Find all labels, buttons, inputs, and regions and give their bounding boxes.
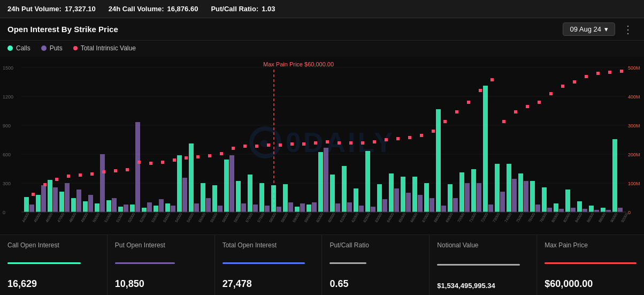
- svg-text:49000: 49000: [80, 212, 89, 223]
- svg-rect-20: [29, 205, 34, 212]
- svg-rect-101: [507, 164, 511, 212]
- svg-text:56000: 56000: [221, 212, 230, 223]
- notional-value: $1,534,495,995.34: [437, 282, 529, 290]
- svg-rect-150: [373, 140, 376, 143]
- put-oi-bar: [115, 262, 175, 264]
- svg-text:60000: 60000: [316, 212, 324, 223]
- chart-area: ● 0DAILY Max Pain Price $60,000.00 0 300…: [0, 57, 644, 235]
- ratio-label: Put/Call Ratio:: [211, 5, 258, 13]
- svg-text:64000: 64000: [386, 212, 395, 223]
- svg-rect-91: [448, 184, 453, 212]
- svg-text:74000: 74000: [504, 212, 512, 223]
- svg-text:46000: 46000: [45, 212, 53, 223]
- svg-rect-134: [185, 156, 188, 160]
- svg-text:63000: 63000: [374, 212, 383, 223]
- date-selector[interactable]: 09 Aug 24 ▾: [563, 22, 615, 36]
- svg-rect-139: [243, 145, 247, 148]
- svg-rect-72: [335, 203, 340, 212]
- svg-text:48000: 48000: [68, 212, 77, 223]
- svg-rect-83: [401, 177, 405, 212]
- svg-rect-26: [65, 183, 70, 212]
- svg-rect-103: [518, 173, 523, 212]
- svg-rect-22: [41, 185, 46, 212]
- svg-text:0: 0: [3, 210, 5, 215]
- call-volume-value: 16,876.60: [167, 5, 198, 13]
- svg-rect-128: [114, 169, 117, 172]
- svg-rect-119: [612, 139, 617, 212]
- puts-dot: [41, 46, 47, 51]
- svg-rect-151: [385, 138, 388, 141]
- svg-text:55000: 55000: [198, 212, 206, 223]
- svg-rect-127: [102, 170, 105, 173]
- svg-rect-116: [594, 210, 599, 212]
- svg-rect-164: [538, 101, 541, 104]
- svg-rect-165: [549, 92, 553, 95]
- svg-rect-141: [267, 143, 270, 147]
- svg-text:67000: 67000: [421, 212, 430, 223]
- svg-rect-118: [606, 210, 611, 212]
- svg-rect-42: [159, 199, 164, 212]
- svg-rect-34: [112, 198, 117, 212]
- svg-rect-155: [432, 130, 435, 133]
- svg-rect-35: [118, 207, 123, 212]
- call-oi-value: 16,629: [7, 278, 99, 290]
- svg-rect-145: [314, 141, 317, 145]
- more-options-button[interactable]: ⋮: [619, 22, 637, 37]
- puts-label: Puts: [50, 44, 63, 52]
- stat-notional-value: Notional Value $1,534,495,995.34: [430, 235, 537, 295]
- svg-rect-79: [377, 184, 382, 212]
- put-volume-value: 17,327.10: [65, 5, 96, 13]
- svg-rect-60: [265, 206, 270, 212]
- svg-rect-154: [420, 134, 423, 137]
- svg-rect-102: [512, 179, 517, 212]
- header-controls: 09 Aug 24 ▾ ⋮: [563, 22, 637, 37]
- svg-rect-47: [189, 143, 194, 212]
- svg-rect-36: [124, 205, 128, 212]
- svg-rect-90: [441, 206, 446, 212]
- svg-rect-29: [83, 201, 88, 212]
- max-pain-stat-label: Max Pain Price: [545, 241, 637, 249]
- stat-total-open-interest: Total Open Interest 27,478: [215, 235, 323, 295]
- svg-rect-86: [418, 195, 423, 212]
- svg-rect-41: [154, 206, 158, 212]
- svg-rect-24: [53, 187, 58, 212]
- svg-text:88000: 88000: [598, 212, 607, 223]
- svg-rect-147: [338, 141, 341, 145]
- svg-rect-39: [142, 208, 147, 212]
- svg-text:68000: 68000: [433, 212, 442, 223]
- svg-text:44000: 44000: [21, 212, 30, 223]
- svg-rect-94: [465, 183, 470, 212]
- svg-rect-93: [459, 172, 464, 212]
- ratio-value: 0.65: [329, 278, 421, 290]
- svg-rect-124: [67, 175, 70, 178]
- svg-rect-58: [253, 205, 258, 212]
- put-oi-label: Put Open Interest: [115, 241, 207, 249]
- svg-text:59000: 59000: [292, 212, 301, 223]
- svg-rect-122: [43, 183, 47, 186]
- svg-text:600: 600: [3, 152, 11, 157]
- svg-rect-162: [514, 110, 517, 114]
- max-pain-stat-value: $60,000.00: [545, 278, 637, 290]
- legend-row: Calls Puts Total Intrinsic Value: [0, 41, 644, 57]
- svg-rect-107: [542, 187, 547, 212]
- ratio-value: 1.03: [262, 5, 275, 13]
- top-bar: 24h Put Volume: 17,327.10 24h Call Volum…: [0, 0, 644, 18]
- svg-rect-132: [161, 161, 164, 164]
- svg-text:90000: 90000: [610, 212, 618, 223]
- svg-text:51000: 51000: [104, 212, 112, 223]
- svg-text:61000: 61000: [339, 212, 348, 223]
- svg-text:62500: 62500: [363, 212, 371, 223]
- svg-text:45000: 45000: [33, 212, 42, 223]
- svg-rect-40: [147, 202, 152, 212]
- svg-text:92000: 92000: [620, 212, 629, 223]
- svg-rect-33: [106, 200, 111, 212]
- header-row: Open Interest By Strike Price 09 Aug 24 …: [0, 18, 644, 41]
- svg-rect-31: [95, 203, 99, 212]
- svg-rect-21: [36, 195, 41, 212]
- svg-rect-111: [565, 190, 570, 212]
- legend-puts: Puts: [41, 44, 63, 52]
- svg-rect-74: [347, 202, 352, 212]
- svg-rect-166: [561, 85, 564, 88]
- svg-text:60500: 60500: [327, 212, 336, 223]
- svg-text:69000: 69000: [445, 212, 454, 223]
